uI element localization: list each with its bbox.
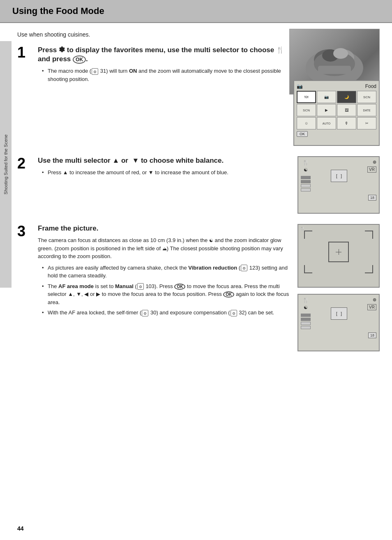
- color-bar-4: [301, 188, 311, 192]
- shot-counter: 18: [368, 195, 376, 201]
- color-bars: [301, 176, 311, 192]
- focus-cross-v: [339, 249, 339, 255]
- step-1-heading: Press ✽ to display the favorites menu, u…: [38, 45, 285, 64]
- step-2-bullets: Press ▲ to increase the amount of red, o…: [42, 168, 228, 177]
- color-bar-3: [301, 184, 311, 187]
- wb-center: [ ]: [311, 159, 367, 192]
- wb-screen-2: 🍴 ☯ [ ] ⊛ VR: [297, 294, 380, 351]
- frame-screen: 🍴: [297, 224, 380, 288]
- frame-corners: [301, 227, 376, 277]
- color-bar-1: [301, 176, 311, 179]
- focus-box: [328, 242, 349, 262]
- menu-cell-food: 🍽: [297, 91, 316, 103]
- menu-cell-auto: AUTO: [317, 117, 336, 129]
- svg-rect-6: [318, 66, 351, 74]
- menu-cell-edit: ✂: [357, 117, 376, 129]
- bracket-indicator-2: [ ]: [331, 307, 347, 320]
- wb-right-panel: ⊛ VR 18: [367, 159, 376, 201]
- bullet-item: The macro mode (⚙ 31) will turn ON and t…: [42, 67, 285, 83]
- page-header: Using the Food Mode: [0, 0, 392, 23]
- menu-cell-date: DATE: [357, 104, 376, 116]
- color-bar-2-2: [301, 318, 311, 321]
- color-bar-2-1: [301, 314, 311, 317]
- sidebar-label: Shooting Suited for the Scene: [3, 134, 8, 194]
- wb-left-panel-2: 🍴 ☯: [301, 297, 311, 329]
- menu-grid: 🍽 📷 🌙 SCN SCN ▶ 🖼 DATE ☺ AUTO 🎙 ✂: [297, 91, 376, 129]
- ok-button-lcd: OK: [297, 131, 308, 137]
- vr-indicator-2: VR: [367, 304, 376, 310]
- wb-left-panel: 🍴 ☯: [301, 159, 311, 192]
- step-3-bullets: As pictures are easily affected by camer…: [42, 264, 289, 317]
- step-1-number: 1: [17, 45, 34, 60]
- menu-cell-night: 🌙: [337, 91, 356, 103]
- menu-cell-play: ▶: [317, 104, 336, 116]
- sidebar: Shooting Suited for the Scene: [0, 41, 12, 288]
- page-title: Using the Food Mode: [12, 6, 104, 16]
- step-3-body: The camera can focus at distances as clo…: [38, 236, 289, 261]
- shot-counter-2: 18: [368, 332, 376, 338]
- food-menu-screen: 📷 Food 🍽 📷 🌙 SCN SCN ▶ 🖼 DATE ☺ AUTO 🎙 ✂: [293, 80, 380, 146]
- color-bars-2: [301, 314, 311, 329]
- corner-tr: [365, 231, 373, 239]
- corner-tl: [304, 231, 312, 239]
- wb-right-panel-2: ⊛ VR 18: [367, 297, 376, 338]
- step-3: 3 Frame the picture. The camera can focu…: [17, 224, 380, 351]
- bullet-self-timer: With the AF area locked, the self-timer …: [42, 309, 289, 317]
- bullet-vibration: As pictures are easily affected by camer…: [42, 264, 289, 280]
- menu-cell-camera: 📷: [317, 91, 336, 103]
- step-3-heading: Frame the picture.: [38, 224, 289, 233]
- step-3-number: 3: [17, 224, 34, 239]
- step-3-images: 🍴 🍴 ☯: [297, 224, 380, 351]
- menu-cell-face: ☺: [297, 117, 316, 129]
- svg-point-5: [333, 48, 348, 59]
- corner-br: [365, 265, 373, 273]
- bracket-indicator: [ ]: [331, 170, 347, 182]
- color-bar-2-4: [301, 326, 311, 329]
- step-2-content: 2 Use the multi selector ▲ or ▼ to choos…: [17, 156, 289, 179]
- menu-cell-mic: 🎙: [337, 117, 356, 129]
- step-2: 2 Use the multi selector ▲ or ▼ to choos…: [17, 156, 380, 214]
- step-2-number: 2: [17, 156, 34, 171]
- page-number: 44: [17, 525, 24, 532]
- bullet-item: Press ▲ to increase the amount of red, o…: [42, 168, 228, 177]
- wb-center-2: [ ]: [311, 297, 367, 330]
- step-2-image: 🍴 ☯ [ ] ⊛ VR: [297, 156, 380, 214]
- menu-cell-scene2: SCN: [297, 104, 316, 116]
- menu-cell-frame: 🖼: [337, 104, 356, 116]
- food-menu-label: Food: [365, 83, 376, 89]
- step-2-heading: Use the multi selector ▲ or ▼ to choose …: [38, 156, 228, 165]
- menu-cell-scene1: SCN: [357, 91, 376, 103]
- color-bar-2-3: [301, 322, 311, 325]
- wb-screen: 🍴 ☯ [ ] ⊛ VR: [297, 156, 380, 214]
- bullet-af-area: The AF area mode is set to Manual (⚙ 103…: [42, 282, 289, 307]
- color-bar-2: [301, 180, 311, 183]
- corner-bl: [304, 265, 312, 273]
- step-1-content: 1 Press ✽ to display the favorites menu,…: [17, 45, 285, 85]
- step-1-bullets: The macro mode (⚙ 31) will turn ON and t…: [42, 67, 285, 83]
- step-3-content: 3 Frame the picture. The camera can focu…: [17, 224, 289, 319]
- vr-indicator: VR: [367, 166, 376, 173]
